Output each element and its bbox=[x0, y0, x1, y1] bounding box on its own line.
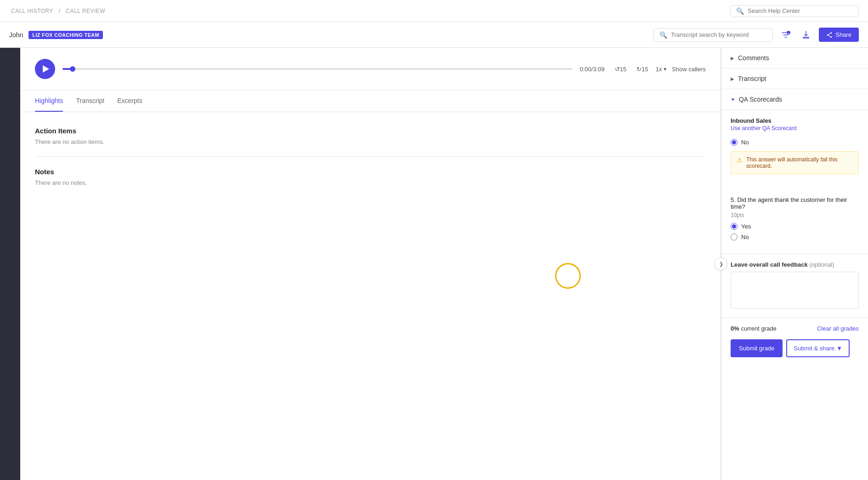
grade-percent: 0% bbox=[731, 325, 739, 332]
no-q5-radio-input[interactable] bbox=[731, 234, 738, 240]
search-help-input[interactable] bbox=[748, 7, 853, 14]
forward-button[interactable]: ↻15 bbox=[634, 63, 651, 75]
breadcrumb: CALL HISTORY / CALL REVIEW bbox=[9, 8, 107, 14]
section-divider bbox=[35, 156, 706, 157]
inbound-sales-section: Inbound Sales Use another QA Scorecard N… bbox=[721, 110, 868, 189]
no-q5-radio-text: No bbox=[741, 234, 749, 240]
inbound-sales-title: Inbound Sales bbox=[731, 117, 859, 124]
yes-radio-text: Yes bbox=[741, 223, 751, 230]
add-filter-button[interactable]: + bbox=[778, 28, 793, 42]
submit-grade-button[interactable]: Submit grade bbox=[731, 339, 783, 357]
no-radio-input[interactable] bbox=[731, 139, 738, 146]
question5-label: 5. Did the agent thank the customer for … bbox=[731, 196, 859, 210]
svg-line-6 bbox=[828, 35, 831, 37]
search-icon: 🔍 bbox=[736, 7, 744, 15]
tab-highlights[interactable]: Highlights bbox=[35, 91, 63, 112]
submit-share-label: Submit & share bbox=[794, 345, 834, 352]
transcript-header[interactable]: ▶ Transcript bbox=[731, 75, 859, 82]
svg-line-5 bbox=[828, 33, 831, 35]
grade-label: current grade bbox=[741, 325, 776, 332]
time-display: 0:00/3:09 bbox=[580, 66, 605, 73]
player-controls: 0:00/3:09 ↺15 ↻15 1x ▼ Show callers bbox=[35, 59, 706, 79]
no-radio-label[interactable]: No bbox=[731, 139, 859, 146]
transcript-search-container[interactable]: 🔍 bbox=[653, 28, 773, 42]
comments-arrow-icon: ▶ bbox=[731, 56, 734, 61]
chevron-right-icon: ❯ bbox=[719, 261, 723, 267]
collapse-panel-button[interactable]: ❯ bbox=[715, 257, 727, 270]
transcript-arrow-icon: ▶ bbox=[731, 76, 734, 81]
left-sidebar bbox=[0, 48, 20, 480]
question5-radio-group: Yes No bbox=[731, 223, 859, 240]
grade-section: 0% current grade Clear all grades Submit… bbox=[721, 318, 868, 365]
notes-empty: There are no notes. bbox=[35, 179, 706, 186]
transcript-label: Transcript bbox=[738, 75, 766, 82]
comments-header[interactable]: ▶ Comments bbox=[731, 54, 859, 62]
yes-radio-input[interactable] bbox=[731, 223, 738, 230]
content-area: 0:00/3:09 ↺15 ↻15 1x ▼ Show callers High… bbox=[20, 48, 721, 480]
svg-text:+: + bbox=[788, 31, 789, 34]
sub-header-left: John LIZ FOX COACHING TEAM bbox=[9, 31, 103, 39]
search-help-container[interactable]: 🔍 bbox=[730, 5, 859, 17]
no-radio-group: No bbox=[731, 139, 859, 146]
question5-pts: 10pts bbox=[731, 212, 859, 218]
speed-label: 1x bbox=[656, 66, 662, 73]
progress-thumb bbox=[70, 66, 75, 72]
use-another-scorecard-link[interactable]: Use another QA Scorecard bbox=[731, 125, 859, 131]
play-button[interactable] bbox=[35, 59, 55, 79]
warning-icon: ⚠ bbox=[737, 156, 743, 164]
rewind-button[interactable]: ↺15 bbox=[612, 63, 629, 75]
comments-section: ▶ Comments bbox=[721, 48, 868, 69]
tabs-container: Highlights Transcript Excerpts bbox=[20, 91, 720, 112]
right-panel: ▶ Comments ▶ Transcript ▼ QA Scorecards … bbox=[721, 48, 868, 480]
audio-player: 0:00/3:09 ↺15 ↻15 1x ▼ Show callers bbox=[20, 48, 720, 91]
qa-scorecard-section: ▼ QA Scorecards bbox=[721, 89, 868, 110]
qa-scorecard-label: QA Scorecards bbox=[739, 96, 782, 103]
no-q5-radio-label[interactable]: No bbox=[731, 234, 859, 240]
speed-chevron-icon: ▼ bbox=[663, 67, 667, 72]
sub-header: John LIZ FOX COACHING TEAM 🔍 + bbox=[0, 22, 868, 48]
progress-bar[interactable] bbox=[62, 68, 573, 70]
warning-text: This answer will automatically fail this… bbox=[746, 156, 853, 169]
play-icon bbox=[43, 65, 49, 73]
clear-grades-button[interactable]: Clear all grades bbox=[817, 325, 859, 332]
transcript-search-icon: 🔍 bbox=[659, 31, 667, 39]
speed-button[interactable]: 1x ▼ bbox=[656, 66, 668, 73]
qa-arrow-icon: ▼ bbox=[731, 97, 735, 102]
transcript-search-input[interactable] bbox=[671, 31, 767, 38]
feedback-label: Leave overall call feedback (optional) bbox=[731, 261, 859, 268]
tab-excerpts[interactable]: Excerpts bbox=[117, 91, 142, 112]
share-button[interactable]: Share bbox=[819, 28, 859, 42]
comments-label: Comments bbox=[738, 54, 769, 62]
top-nav: CALL HISTORY / CALL REVIEW 🔍 bbox=[0, 0, 868, 22]
user-name: John bbox=[9, 31, 23, 39]
feedback-label-main: Leave overall call feedback bbox=[731, 261, 808, 268]
breadcrumb-part1: CALL HISTORY bbox=[11, 8, 53, 14]
share-label: Share bbox=[835, 31, 851, 38]
yes-radio-label[interactable]: Yes bbox=[731, 223, 859, 230]
qa-scorecard-header[interactable]: ▼ QA Scorecards bbox=[731, 96, 859, 103]
breadcrumb-part2: CALL REVIEW bbox=[66, 8, 105, 14]
breadcrumb-separator: / bbox=[59, 8, 61, 14]
feedback-section: Leave overall call feedback (optional) bbox=[721, 254, 868, 318]
sub-header-right: 🔍 + Share bbox=[653, 28, 859, 42]
submit-share-button[interactable]: Submit & share ▼ bbox=[786, 339, 850, 357]
player-extra: ↺15 ↻15 1x ▼ Show callers bbox=[612, 63, 706, 75]
warning-box: ⚠ This answer will automatically fail th… bbox=[731, 151, 859, 174]
question5-section: 5. Did the agent thank the customer for … bbox=[721, 189, 868, 254]
team-badge[interactable]: LIZ FOX COACHING TEAM bbox=[28, 31, 103, 39]
feedback-optional: (optional) bbox=[809, 261, 834, 268]
action-items-empty: There are no action items. bbox=[35, 138, 706, 145]
show-callers-button[interactable]: Show callers bbox=[672, 66, 706, 73]
transcript-section: ▶ Transcript bbox=[721, 69, 868, 89]
action-items-title: Action Items bbox=[35, 127, 706, 135]
tab-transcript[interactable]: Transcript bbox=[76, 91, 104, 112]
download-button[interactable] bbox=[799, 28, 813, 42]
submit-row: Submit grade Submit & share ▼ bbox=[731, 339, 859, 357]
submit-share-chevron-icon: ▼ bbox=[836, 345, 842, 352]
no-radio-text: No bbox=[741, 139, 749, 146]
tab-content: Action Items There are no action items. … bbox=[20, 112, 720, 212]
current-grade: 0% current grade bbox=[731, 325, 777, 332]
feedback-textarea[interactable] bbox=[731, 272, 859, 309]
grade-row: 0% current grade Clear all grades bbox=[731, 325, 859, 332]
notes-title: Notes bbox=[35, 168, 706, 176]
